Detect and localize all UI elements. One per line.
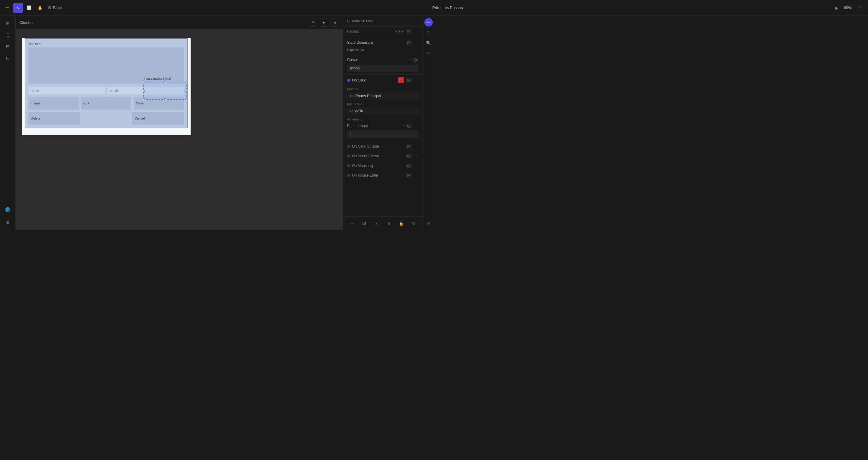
eye-button[interactable]: 👁 <box>309 18 317 27</box>
interaction-section-label: Interaction <box>347 102 363 106</box>
sidebar-item-users[interactable]: ⊕ <box>2 217 13 228</box>
on-click-dots[interactable]: ⋮ <box>414 78 418 83</box>
state-def-f0[interactable]: f() <box>406 40 412 45</box>
mouse-down-dots[interactable]: ⋮ <box>414 153 418 159</box>
module-section-label: Module <box>347 87 358 91</box>
path-route-label: Path to route <box>347 124 400 128</box>
mouse-up-dots[interactable]: ⋮ <box>414 163 418 168</box>
no-data-label: No Data <box>28 42 184 46</box>
floating-selection-box: ir para página inicial <box>143 82 187 100</box>
on-click-f0[interactable]: f() <box>406 78 412 82</box>
on-mouse-up-row: On Mouse Up f() ⋮ <box>343 161 423 171</box>
arguments-label-row: Arguments <box>343 115 423 122</box>
divider-3 <box>343 74 423 75</box>
far-right-history-icon[interactable]: ↺ <box>424 49 433 57</box>
state-definitions-label: State Definitions <box>347 40 404 45</box>
sidebar-item-globe[interactable]: 🌐 <box>2 204 13 215</box>
canvas-area: No Data ir para página inicial <box>16 29 343 230</box>
mouse-enter-f0[interactable]: f() <box>406 173 412 177</box>
red-stack-icon[interactable]: ☰ <box>398 77 404 83</box>
sidebar-item-components[interactable]: ⬡ <box>2 30 13 40</box>
on-click-label: On Click <box>352 78 396 82</box>
far-right-edit-icon[interactable]: ✏ <box>424 18 433 27</box>
toolbar-center: Primeiros Passos <box>64 5 434 10</box>
cursor-value-box[interactable]: [none] <box>347 65 418 72</box>
click-outside-dots[interactable]: ⋮ <box>414 144 418 149</box>
divider-1 <box>343 37 423 37</box>
footer-copy-icon[interactable]: ⧉ <box>409 219 418 228</box>
module-value-row: ⊛ Router Principal <box>345 92 420 99</box>
on-click-dot <box>347 79 350 82</box>
path-dots[interactable]: ⋮ <box>414 123 418 128</box>
footer-delete-icon[interactable]: 🗑 <box>384 219 393 228</box>
on-mouse-down-label: On Mouse Down <box>352 154 404 158</box>
cursor-f0[interactable]: f() <box>412 58 418 62</box>
path-question[interactable]: ? <box>402 124 404 128</box>
router-icon: ⊛ <box>349 93 353 98</box>
cursor-question[interactable]: ? <box>408 58 410 62</box>
interaction-label-row: Interaction <box>343 100 423 107</box>
state-definitions-row: State Definitions f() ⋮ <box>343 38 423 48</box>
nome-input[interactable] <box>28 87 105 94</box>
footer-image-icon[interactable]: 🖼 <box>360 219 369 228</box>
repeat-dots[interactable]: ⋮ <box>414 29 418 34</box>
block-label: Block <box>48 5 63 10</box>
expects-arrow: → <box>365 48 369 52</box>
mouse-up-f0[interactable]: f() <box>406 164 412 168</box>
footer-close-icon[interactable]: ✕ <box>372 219 381 228</box>
sidebar-item-data[interactable]: ⊟ <box>2 41 13 52</box>
far-right-inspector-icon[interactable]: ⊟ <box>424 219 433 228</box>
canvas-page[interactable]: No Data ir para página inicial <box>22 38 191 135</box>
hand-tool-button[interactable]: ✋ <box>35 3 44 13</box>
far-right-search-icon[interactable]: 🔍 <box>424 39 433 47</box>
expects-link[interactable]: Expects list → <box>343 48 423 54</box>
sub-toolbar-title: Clientes <box>19 20 33 25</box>
divider-2 <box>343 55 423 55</box>
on-mouse-down-row: On Mouse Down f() ⋮ <box>343 151 423 161</box>
far-right-link-icon[interactable]: ⛓ <box>424 28 433 37</box>
toolbar-title: Primeiros Passos <box>432 5 434 10</box>
form-row-1: ir para página inicial <box>28 87 184 94</box>
frame-tool-button[interactable]: ⬜ <box>24 3 34 13</box>
footer-edit-icon[interactable]: ✏ <box>348 219 356 228</box>
on-mouse-enter-row: On Mouse Enter f() ⋮ <box>343 171 423 180</box>
mouse-up-dot <box>347 164 350 167</box>
sidebar-item-pages[interactable]: ⊟ <box>2 53 13 63</box>
cancel-button[interactable]: Cancel <box>132 112 184 125</box>
cursor-tool-button[interactable]: ↖ <box>13 3 23 13</box>
sidebar-item-layers[interactable]: ⊞ <box>2 18 13 29</box>
play-sub-button[interactable]: ▶ <box>320 18 328 27</box>
arguments-section-label: Arguments <box>347 117 363 121</box>
on-click-outside-label: On Click Outside <box>352 144 404 148</box>
path-route-row: Path to route ? f() ⋮ <box>343 122 423 130</box>
menu-button[interactable]: ☰ <box>2 3 12 13</box>
inspector-body: Repeat + 0 ▼ f() ⋮ State Definitions f()… <box>343 27 423 217</box>
repeat-label: Repeat <box>347 29 393 33</box>
goto-label: goTo <box>355 109 416 113</box>
delete-button[interactable]: Delete <box>28 112 80 125</box>
mouse-enter-dot <box>347 174 350 177</box>
path-value-box[interactable]: / <box>347 131 418 138</box>
footer-lock-icon[interactable]: 🔒 <box>397 219 405 228</box>
path-f0[interactable]: f() <box>406 124 412 128</box>
repeat-f0[interactable]: f() <box>406 29 412 33</box>
block-container[interactable]: No Data ir para página inicial <box>25 38 188 128</box>
inspector-title: INSPECTOR <box>352 19 373 23</box>
monitor-button[interactable]: 🖥 <box>331 18 339 27</box>
module-label-row: Module <box>343 85 423 92</box>
edit-button[interactable]: Edit <box>81 97 131 110</box>
inserir-button[interactable]: Inserir <box>28 97 79 110</box>
btn-row-2: Delete Cancel <box>28 112 184 125</box>
mouse-enter-dots[interactable]: ⋮ <box>414 173 418 178</box>
mouse-down-f0[interactable]: f() <box>406 154 412 158</box>
on-click-row: On Click ☰ f() ⋮ <box>343 75 423 85</box>
inspector-header: ⊡ INSPECTOR <box>343 16 423 27</box>
main-area: Clientes 👁 ▶ 🖥 No Data <box>16 16 343 230</box>
sub-toolbar: Clientes 👁 ▶ 🖥 <box>16 16 343 29</box>
inspector-footer: ✏ 🖼 ✕ 🗑 🔒 ⧉ <box>343 217 423 230</box>
cursor-label: Cursor <box>347 58 407 62</box>
click-outside-f0[interactable]: f() <box>406 144 412 148</box>
state-def-dots[interactable]: ⋮ <box>414 40 418 45</box>
goto-icon: ↩ <box>349 109 353 113</box>
expects-list-label: Expects list <box>347 48 364 52</box>
